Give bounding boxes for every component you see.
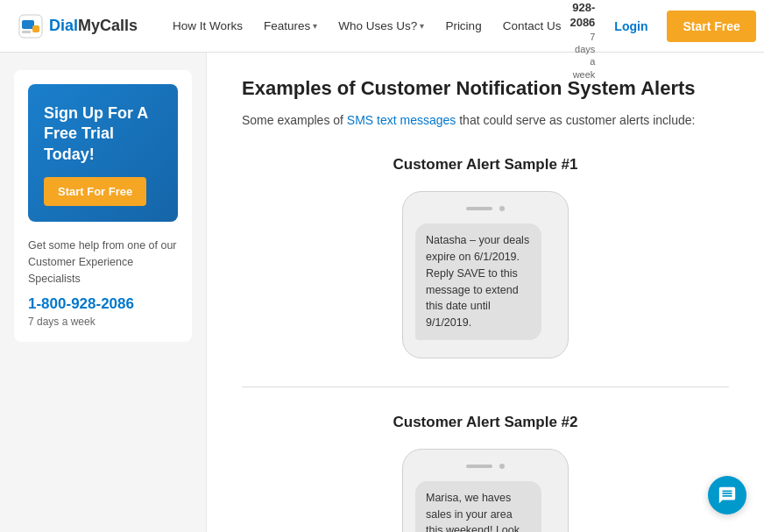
phone-mockup-1: Natasha – your deals expire on 6/1/2019.… [402,191,569,358]
chevron-down-icon: ▾ [313,21,317,31]
svg-rect-2 [22,31,31,33]
nav-features[interactable]: Features ▾ [255,12,326,39]
sidebar-start-free-button[interactable]: Start For Free [44,177,146,206]
phone-camera-icon-2 [499,464,505,469]
sms-link[interactable]: SMS text messages [347,113,456,127]
main-content: Examples of Customer Notification System… [206,53,764,532]
sms-bubble-1: Natasha – your deals expire on 6/1/2019.… [415,223,541,340]
page-title: Examples of Customer Notification System… [242,77,729,100]
sidebar-help-text: Get some help from one of our Customer E… [28,238,178,287]
svg-rect-1 [22,20,34,29]
page-body: Sign Up For A Free Trial Today! Start Fo… [0,53,764,532]
logo[interactable]: DialMyCalls [18,13,138,39]
sidebar-phone: 1-800-928-2086 [28,295,178,313]
phone-top-bar-1 [415,206,555,211]
sidebar-days: 7 days a week [28,316,178,328]
phone-mockup-wrapper-2: Marisa, we haves sales in your area this… [242,449,729,532]
nav-pricing[interactable]: Pricing [436,12,490,39]
sample-2-heading: Customer Alert Sample #2 [242,414,729,431]
phone-camera-icon [499,206,505,211]
sidebar-cta-card: Sign Up For A Free Trial Today! Start Fo… [28,84,178,222]
start-free-button[interactable]: Start Free [667,11,755,42]
sidebar: Sign Up For A Free Trial Today! Start Fo… [0,53,206,532]
sample-section-1: Customer Alert Sample #1 Natasha – your … [242,156,729,358]
main-nav: How It Works Features ▾ Who Uses Us? ▾ P… [164,12,569,39]
login-button[interactable]: Login [607,16,654,37]
phone-top-bar-2 [415,464,555,469]
chevron-down-icon: ▾ [420,21,424,31]
sidebar-card-title: Sign Up For A Free Trial Today! [44,103,162,165]
phone-speaker-icon [466,207,492,210]
phone-speaker-icon-2 [466,465,492,468]
nav-who-uses-us[interactable]: Who Uses Us? ▾ [329,12,433,39]
chat-button[interactable] [708,476,746,514]
site-header: DialMyCalls How It Works Features ▾ Who … [0,0,764,53]
section-divider [242,387,729,387]
phone-mockup-2: Marisa, we haves sales in your area this… [402,449,569,532]
logo-text: DialMyCalls [49,17,138,35]
sidebar-box: Sign Up For A Free Trial Today! Start Fo… [14,70,192,342]
phone-mockup-wrapper-1: Natasha – your deals expire on 6/1/2019.… [242,191,729,358]
sample-1-heading: Customer Alert Sample #1 [242,156,729,174]
header-days: 7 days a week [569,31,595,81]
nav-contact-us[interactable]: Contact Us [494,12,570,39]
sms-bubble-2: Marisa, we haves sales in your area this… [415,481,541,532]
header-phone-number: 1-800-928-2086 [569,0,595,31]
header-phone-info: 1-800-928-2086 7 days a week [569,0,595,81]
logo-icon [18,13,44,39]
intro-paragraph: Some examples of SMS text messages that … [242,110,729,130]
header-right: 1-800-928-2086 7 days a week Login Start… [569,0,755,81]
sample-section-2: Customer Alert Sample #2 Marisa, we have… [242,414,729,532]
chat-icon [718,486,737,505]
nav-how-it-works[interactable]: How It Works [164,12,251,39]
svg-rect-3 [32,25,39,32]
